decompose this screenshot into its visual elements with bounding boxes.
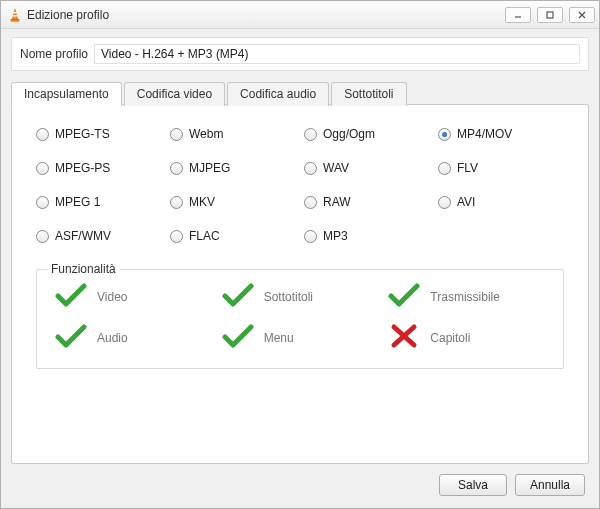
radio-icon bbox=[36, 230, 49, 243]
radio-label: MPEG-TS bbox=[55, 127, 110, 141]
feature-label: Sottotitoli bbox=[264, 290, 313, 304]
check-icon bbox=[55, 323, 87, 352]
feature-label: Capitoli bbox=[430, 331, 470, 345]
radio-icon bbox=[304, 230, 317, 243]
radio-label: MJPEG bbox=[189, 161, 230, 175]
radio-wav[interactable]: WAV bbox=[304, 161, 430, 175]
radio-label: AVI bbox=[457, 195, 475, 209]
close-button[interactable] bbox=[569, 7, 595, 23]
feature-menu: Menu bbox=[222, 323, 379, 352]
tab-video-codec[interactable]: Codifica video bbox=[124, 82, 225, 106]
minimize-button[interactable] bbox=[505, 7, 531, 23]
radio-avi[interactable]: AVI bbox=[438, 195, 564, 209]
tab-body-encapsulation: MPEG-TS Webm Ogg/Ogm MP4/MOV MPEG-PS MJP… bbox=[11, 104, 589, 464]
radio-icon bbox=[304, 196, 317, 209]
radio-icon bbox=[170, 230, 183, 243]
features-groupbox: Funzionalità Video Sottotitoli Trasmi bbox=[36, 269, 564, 369]
dialog-buttons: Salva Annulla bbox=[11, 464, 589, 500]
feature-subtitles: Sottotitoli bbox=[222, 282, 379, 311]
radio-mkv[interactable]: MKV bbox=[170, 195, 296, 209]
check-icon bbox=[55, 282, 87, 311]
feature-label: Trasmissibile bbox=[430, 290, 500, 304]
feature-label: Menu bbox=[264, 331, 294, 345]
save-button[interactable]: Salva bbox=[439, 474, 507, 496]
check-icon bbox=[222, 282, 254, 311]
feature-chapters: Capitoli bbox=[388, 323, 545, 352]
profile-name-row: Nome profilo bbox=[11, 37, 589, 71]
radio-label: RAW bbox=[323, 195, 351, 209]
radio-flv[interactable]: FLV bbox=[438, 161, 564, 175]
radio-label: MPEG 1 bbox=[55, 195, 100, 209]
radio-mpeg1[interactable]: MPEG 1 bbox=[36, 195, 162, 209]
radio-label: ASF/WMV bbox=[55, 229, 111, 243]
tab-encapsulation[interactable]: Incapsulamento bbox=[11, 82, 122, 106]
radio-flac[interactable]: FLAC bbox=[170, 229, 296, 243]
features-title: Funzionalità bbox=[47, 262, 120, 276]
radio-icon bbox=[36, 128, 49, 141]
radio-label: FLV bbox=[457, 161, 478, 175]
radio-icon bbox=[170, 128, 183, 141]
profile-name-input[interactable] bbox=[94, 44, 580, 64]
svg-rect-5 bbox=[547, 12, 553, 18]
radio-webm[interactable]: Webm bbox=[170, 127, 296, 141]
radio-label: MP3 bbox=[323, 229, 348, 243]
radio-mp3[interactable]: MP3 bbox=[304, 229, 430, 243]
tab-audio-codec[interactable]: Codifica audio bbox=[227, 82, 329, 106]
feature-label: Video bbox=[97, 290, 127, 304]
profile-name-label: Nome profilo bbox=[20, 47, 88, 61]
radio-label: FLAC bbox=[189, 229, 220, 243]
feature-video: Video bbox=[55, 282, 212, 311]
radio-ogg[interactable]: Ogg/Ogm bbox=[304, 127, 430, 141]
radio-icon bbox=[438, 128, 451, 141]
feature-streamable: Trasmissibile bbox=[388, 282, 545, 311]
svg-rect-3 bbox=[11, 19, 19, 21]
svg-rect-2 bbox=[13, 15, 18, 16]
cross-icon bbox=[388, 323, 420, 352]
radio-icon bbox=[304, 162, 317, 175]
radio-asf[interactable]: ASF/WMV bbox=[36, 229, 162, 243]
radio-raw[interactable]: RAW bbox=[304, 195, 430, 209]
vlc-cone-icon bbox=[7, 7, 23, 23]
radio-mp4[interactable]: MP4/MOV bbox=[438, 127, 564, 141]
radio-icon bbox=[170, 196, 183, 209]
cancel-button[interactable]: Annulla bbox=[515, 474, 585, 496]
tab-row: Incapsulamento Codifica video Codifica a… bbox=[11, 81, 589, 105]
profile-edit-window: Edizione profilo Nome profilo Incapsulam… bbox=[0, 0, 600, 509]
radio-label: WAV bbox=[323, 161, 349, 175]
feature-audio: Audio bbox=[55, 323, 212, 352]
radio-icon bbox=[438, 162, 451, 175]
radio-label: Webm bbox=[189, 127, 223, 141]
radio-icon bbox=[304, 128, 317, 141]
check-icon bbox=[388, 282, 420, 311]
feature-label: Audio bbox=[97, 331, 128, 345]
radio-icon bbox=[170, 162, 183, 175]
titlebar: Edizione profilo bbox=[1, 1, 599, 29]
window-title: Edizione profilo bbox=[27, 8, 505, 22]
radio-mjpeg[interactable]: MJPEG bbox=[170, 161, 296, 175]
radio-mpeg-ts[interactable]: MPEG-TS bbox=[36, 127, 162, 141]
check-icon bbox=[222, 323, 254, 352]
tab-subtitles[interactable]: Sottotitoli bbox=[331, 82, 406, 106]
svg-marker-0 bbox=[12, 9, 18, 20]
radio-icon bbox=[36, 162, 49, 175]
window-controls bbox=[505, 7, 595, 23]
svg-rect-1 bbox=[13, 12, 17, 13]
tab-container: Incapsulamento Codifica video Codifica a… bbox=[11, 81, 589, 464]
radio-label: MP4/MOV bbox=[457, 127, 512, 141]
radio-label: Ogg/Ogm bbox=[323, 127, 375, 141]
content-area: Nome profilo Incapsulamento Codifica vid… bbox=[1, 29, 599, 508]
features-grid: Video Sottotitoli Trasmissibile Aud bbox=[55, 282, 545, 352]
radio-mpeg-ps[interactable]: MPEG-PS bbox=[36, 161, 162, 175]
maximize-button[interactable] bbox=[537, 7, 563, 23]
format-radio-grid: MPEG-TS Webm Ogg/Ogm MP4/MOV MPEG-PS MJP… bbox=[36, 127, 564, 243]
radio-label: MKV bbox=[189, 195, 215, 209]
radio-icon bbox=[438, 196, 451, 209]
radio-icon bbox=[36, 196, 49, 209]
radio-label: MPEG-PS bbox=[55, 161, 110, 175]
